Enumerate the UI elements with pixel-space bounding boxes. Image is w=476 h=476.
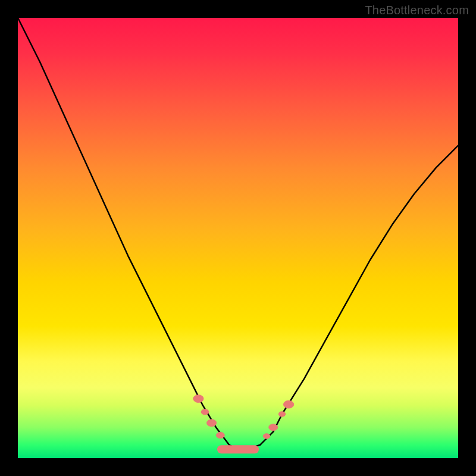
watermark-text: TheBottleneck.com xyxy=(365,4,469,17)
curve-svg xyxy=(18,18,458,458)
chart-frame: TheBottleneck.com xyxy=(0,0,476,476)
curve-marker-7 xyxy=(278,412,286,417)
bottleneck-curve xyxy=(18,18,458,449)
curve-marker-5 xyxy=(263,434,270,439)
curve-marker-6 xyxy=(269,424,278,431)
marker-group xyxy=(193,395,294,453)
curve-marker-0 xyxy=(193,395,203,403)
curve-marker-3 xyxy=(217,432,225,438)
plot-area xyxy=(18,18,458,458)
valley-marker xyxy=(217,445,259,453)
curve-marker-2 xyxy=(207,419,217,427)
curve-marker-8 xyxy=(283,400,293,408)
curve-marker-1 xyxy=(201,409,209,415)
